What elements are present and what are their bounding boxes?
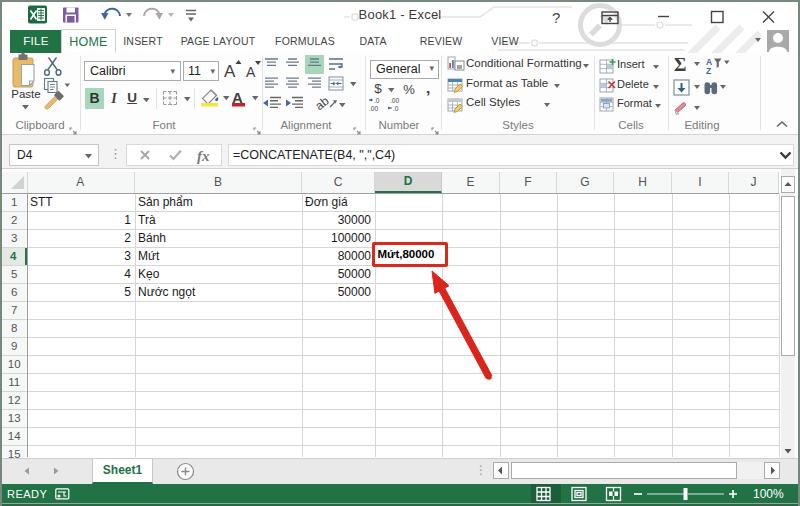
svg-text:?: ? — [552, 9, 560, 26]
svg-text:A: A — [246, 64, 256, 80]
svg-text:Z: Z — [706, 66, 711, 76]
svg-text:.0: .0 — [393, 105, 399, 112]
svg-text:.00: .00 — [369, 105, 378, 112]
svg-text:Σ: Σ — [674, 54, 686, 75]
svg-text:.0: .0 — [374, 97, 380, 104]
svg-text:.00: .00 — [390, 97, 399, 104]
svg-text:ab: ab — [316, 94, 332, 112]
svg-text:A: A — [224, 62, 236, 81]
svg-text:fx: fx — [197, 148, 210, 164]
